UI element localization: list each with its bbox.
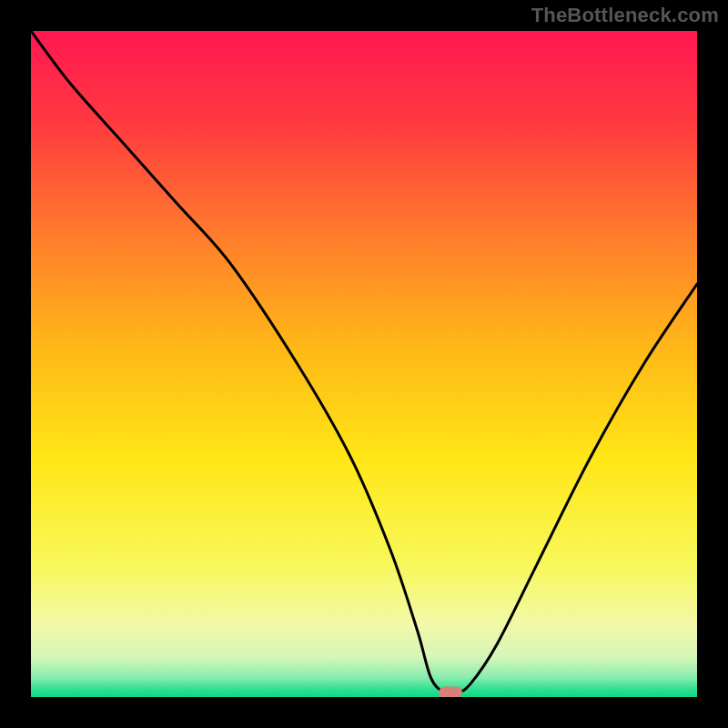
watermark-label: TheBottleneck.com xyxy=(531,4,719,27)
plot-area xyxy=(31,31,697,697)
chart-frame: TheBottleneck.com xyxy=(0,0,728,728)
selected-marker xyxy=(439,686,462,697)
curve-line xyxy=(31,31,697,697)
